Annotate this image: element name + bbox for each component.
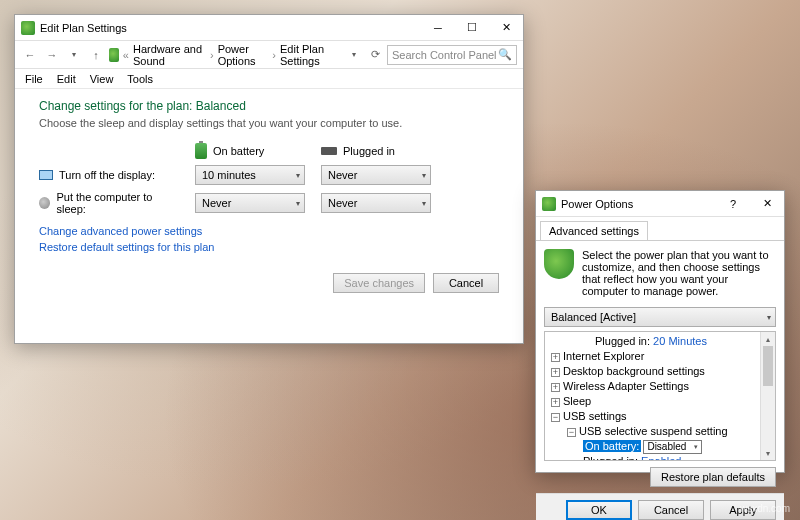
up-button[interactable]: ↑ [87, 46, 105, 64]
tree-scrollbar[interactable]: ▴ ▾ [760, 332, 775, 460]
content-area: Change settings for the plan: Balanced C… [15, 89, 523, 303]
cancel-button[interactable]: Cancel [638, 500, 704, 520]
plan-select[interactable]: Balanced [Active]▾ [544, 307, 776, 327]
restore-defaults-link[interactable]: Restore default settings for this plan [39, 241, 499, 253]
display-plugged-select[interactable]: Never▾ [321, 165, 431, 185]
minimize-button[interactable]: ─ [421, 15, 455, 40]
expand-icon[interactable]: + [551, 353, 560, 362]
power-icon [21, 21, 35, 35]
plug-icon [321, 147, 337, 155]
search-icon: 🔍 [498, 48, 512, 61]
search-input[interactable]: Search Control Panel 🔍 [387, 45, 517, 65]
settings-tree: Plugged in: 20 Minutes +Internet Explore… [544, 331, 776, 461]
chevron-down-icon: ▾ [296, 199, 300, 208]
close-button[interactable]: ✕ [750, 191, 784, 216]
tree-onbattery-label[interactable]: On battery: [583, 440, 641, 452]
breadcrumb[interactable]: « Hardware and Sound › Power Options › E… [109, 43, 341, 67]
window-title: Edit Plan Settings [40, 22, 421, 34]
restore-defaults-button[interactable]: Restore plan defaults [650, 467, 776, 487]
recent-dropdown-icon[interactable]: ▾ [65, 46, 83, 64]
advanced-settings-link[interactable]: Change advanced power settings [39, 225, 499, 237]
page-subtitle: Choose the sleep and display settings th… [39, 117, 499, 129]
battery-icon [195, 143, 207, 159]
menu-view[interactable]: View [84, 71, 120, 87]
maximize-button[interactable]: ☐ [455, 15, 489, 40]
scrollbar-thumb[interactable] [763, 346, 773, 386]
menubar: File Edit View Tools [15, 69, 523, 89]
display-icon [39, 170, 53, 180]
menu-edit[interactable]: Edit [51, 71, 82, 87]
control-panel-icon [109, 48, 119, 62]
shield-icon [544, 249, 574, 279]
expand-icon[interactable]: + [551, 383, 560, 392]
collapse-icon[interactable]: − [567, 428, 576, 437]
expand-icon[interactable]: + [551, 398, 560, 407]
page-title: Change settings for the plan: Balanced [39, 99, 499, 113]
chevron-down-icon: ▾ [296, 171, 300, 180]
expand-icon[interactable]: + [551, 368, 560, 377]
nav-toolbar: ← → ▾ ↑ « Hardware and Sound › Power Opt… [15, 41, 523, 69]
scroll-down-icon[interactable]: ▾ [761, 446, 775, 460]
crumb-dropdown-icon[interactable]: ▾ [345, 46, 363, 64]
help-button[interactable]: ? [716, 191, 750, 216]
chevron-down-icon: ▾ [767, 313, 771, 322]
row-sleep-label: Put the computer to sleep: [56, 191, 179, 215]
close-button[interactable]: ✕ [489, 15, 523, 40]
sleep-icon [39, 197, 50, 209]
power-icon [542, 197, 556, 211]
col-plugged-in: Plugged in [343, 145, 395, 157]
display-battery-select[interactable]: 10 minutes▾ [195, 165, 305, 185]
tab-strip: Advanced settings [536, 217, 784, 241]
tree-plugged2-value[interactable]: Enabled [641, 455, 681, 461]
onbattery-value-select[interactable]: Disabled▾ [643, 440, 702, 454]
menu-file[interactable]: File [19, 71, 49, 87]
tree-pluggedin-label: Plugged in: [595, 335, 650, 347]
tree-ie[interactable]: Internet Explorer [563, 350, 644, 362]
chevron-down-icon: ▾ [694, 439, 698, 454]
chevron-down-icon: ▾ [422, 199, 426, 208]
scroll-up-icon[interactable]: ▴ [761, 332, 775, 346]
row-display-label: Turn off the display: [59, 169, 155, 181]
back-button[interactable]: ← [21, 46, 39, 64]
forward-button[interactable]: → [43, 46, 61, 64]
crumb-hardware[interactable]: Hardware and Sound [133, 43, 206, 67]
tree-usb-selective[interactable]: USB selective suspend setting [579, 425, 728, 437]
sleep-battery-select[interactable]: Never▾ [195, 193, 305, 213]
search-placeholder: Search Control Panel [392, 49, 497, 61]
crumb-power[interactable]: Power Options [218, 43, 269, 67]
tree-desktop[interactable]: Desktop background settings [563, 365, 705, 377]
titlebar[interactable]: Power Options ? ✕ [536, 191, 784, 217]
tree-sleep[interactable]: Sleep [563, 395, 591, 407]
watermark: wsxdn.com [740, 503, 790, 514]
chevron-down-icon: ▾ [422, 171, 426, 180]
titlebar[interactable]: Edit Plan Settings ─ ☐ ✕ [15, 15, 523, 41]
tree-pluggedin-value[interactable]: 20 Minutes [653, 335, 707, 347]
tree-usb[interactable]: USB settings [563, 410, 627, 422]
cancel-button[interactable]: Cancel [433, 273, 499, 293]
save-button[interactable]: Save changes [333, 273, 425, 293]
tree-wifi[interactable]: Wireless Adapter Settings [563, 380, 689, 392]
crumb-editplan[interactable]: Edit Plan Settings [280, 43, 341, 67]
menu-tools[interactable]: Tools [121, 71, 159, 87]
collapse-icon[interactable]: − [551, 413, 560, 422]
info-text: Select the power plan that you want to c… [536, 241, 784, 305]
ok-button[interactable]: OK [566, 500, 632, 520]
tab-advanced[interactable]: Advanced settings [540, 221, 648, 240]
power-options-window: Power Options ? ✕ Advanced settings Sele… [535, 190, 785, 473]
col-on-battery: On battery [213, 145, 264, 157]
refresh-button[interactable]: ⟳ [366, 46, 384, 64]
window-title: Power Options [561, 198, 716, 210]
tree-plugged2-label: Plugged in: [583, 455, 638, 461]
edit-plan-window: Edit Plan Settings ─ ☐ ✕ ← → ▾ ↑ « Hardw… [14, 14, 524, 344]
sleep-plugged-select[interactable]: Never▾ [321, 193, 431, 213]
